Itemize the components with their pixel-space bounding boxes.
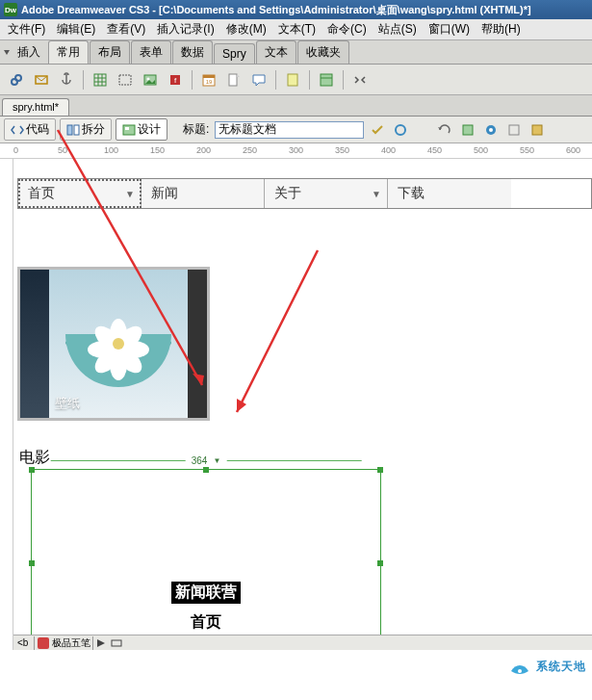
chevron-down-icon: ▼ (213, 456, 220, 465)
spry-menuitem-download[interactable]: 下载 (388, 179, 511, 208)
resize-handle[interactable] (29, 560, 35, 566)
image-icon[interactable] (140, 69, 161, 91)
svg-rect-27 (463, 125, 473, 135)
spry-menubar[interactable]: 首页▼ 新闻 关于▼ 下载 (17, 178, 592, 209)
split-view-button[interactable]: 拆分 (60, 118, 112, 141)
preview-icon[interactable] (481, 120, 501, 140)
svg-rect-9 (119, 75, 131, 85)
menu-window[interactable]: 窗口(W) (423, 19, 476, 39)
menu-text[interactable]: 文本(T) (272, 19, 322, 39)
selected-heading[interactable]: 新闻联营 (171, 582, 241, 604)
tag-selector[interactable]: <b (13, 637, 32, 648)
ime-label: 极品五笔 (52, 636, 90, 650)
script-icon[interactable] (282, 69, 303, 91)
menu-insert[interactable]: 插入记录(I) (151, 19, 219, 39)
insert-panel-tabs: 插入 常用 布局 表单 数据 Spry 文本 收藏夹 (0, 40, 592, 65)
check-icon[interactable] (368, 120, 387, 140)
resize-handle[interactable] (377, 560, 383, 566)
spry-menuitem-about[interactable]: 关于▼ (265, 179, 388, 208)
svg-rect-31 (532, 125, 542, 135)
design-view-label: 设计 (138, 121, 161, 138)
keyboard-icon[interactable] (111, 637, 122, 649)
refresh-icon[interactable] (435, 120, 454, 140)
table-icon[interactable] (90, 69, 111, 91)
watermark: 系统天地 (507, 654, 586, 679)
menu-help[interactable]: 帮助(H) (476, 19, 527, 39)
titlebar-text: Adobe Dreamweaver CS3 - [C:\Documents an… (21, 3, 531, 17)
svg-rect-18 (288, 74, 297, 86)
svg-rect-34 (112, 640, 121, 646)
tab-text[interactable]: 文本 (256, 40, 296, 64)
spry-about-label: 关于 (274, 185, 301, 202)
insert-collapse-icon[interactable] (2, 47, 12, 57)
code-view-button[interactable]: 代码 (4, 118, 56, 141)
tag-chooser-icon[interactable] (349, 69, 371, 91)
separator (343, 70, 344, 90)
tab-layout[interactable]: 布局 (90, 40, 130, 64)
selected-div[interactable]: 364 ▼ 新闻联营 首页 (31, 469, 381, 650)
ruler-tick-550: 550 (520, 145, 534, 155)
title-input[interactable] (215, 121, 364, 139)
tab-data[interactable]: 数据 (172, 40, 213, 64)
browser-check-icon[interactable] (391, 120, 410, 140)
file-mgmt-icon[interactable] (458, 120, 477, 140)
server-include-icon[interactable] (223, 69, 245, 91)
tab-spry[interactable]: Spry (214, 43, 255, 64)
svg-rect-17 (229, 74, 237, 86)
separator (192, 70, 193, 90)
menu-commands[interactable]: 命令(C) (322, 19, 373, 39)
chevron-down-icon: ▼ (125, 189, 135, 199)
separator (83, 70, 84, 90)
spry-menuitem-home[interactable]: 首页▼ (18, 179, 142, 208)
ruler-horizontal: 0 50 100 150 200 250 300 350 400 450 500… (0, 143, 592, 159)
resize-handle[interactable] (203, 467, 209, 473)
anchor-icon[interactable] (56, 69, 77, 91)
svg-point-25 (396, 125, 405, 135)
resize-handle[interactable] (29, 467, 35, 473)
ruler-tick-350: 350 (335, 145, 349, 155)
play-icon[interactable] (95, 637, 107, 649)
thumb-caption: 壁纸 (55, 395, 80, 412)
selection-width-value: 364 (192, 455, 208, 466)
svg-rect-4 (94, 74, 106, 86)
media-icon[interactable]: f (165, 69, 186, 91)
menubar: 文件(F) 编辑(E) 查看(V) 插入记录(I) 修改(M) 文本(T) 命令… (0, 19, 592, 40)
email-link-icon[interactable] (31, 69, 52, 91)
tab-favorite[interactable]: 收藏夹 (297, 40, 349, 64)
svg-rect-19 (321, 74, 332, 86)
template-icon[interactable] (316, 69, 337, 91)
titlebar: Dw Adobe Dreamweaver CS3 - [C:\Documents… (0, 0, 592, 19)
ime-icon[interactable] (37, 636, 50, 650)
spry-home-label: 首页 (28, 185, 55, 202)
split-icon (66, 123, 80, 137)
svg-point-2 (15, 75, 21, 81)
menu-file[interactable]: 文件(F) (2, 19, 51, 39)
thumbnail-wallpaper[interactable]: 壁纸 (17, 267, 592, 421)
canvas[interactable]: 首页▼ 新闻 关于▼ 下载 (13, 159, 592, 650)
ruler-tick-400: 400 (381, 145, 396, 155)
split-view-label: 拆分 (82, 121, 105, 138)
code-icon (11, 123, 24, 137)
comment-icon[interactable] (248, 69, 270, 91)
page-label[interactable]: 首页 (191, 612, 221, 633)
date-icon[interactable]: 19 (198, 69, 219, 91)
options-icon[interactable] (504, 120, 524, 140)
hyperlink-icon[interactable] (6, 69, 27, 91)
visual-aids-icon[interactable] (528, 120, 547, 140)
tab-form[interactable]: 表单 (131, 40, 171, 64)
resize-handle[interactable] (377, 467, 383, 473)
spry-menuitem-news[interactable]: 新闻 (142, 179, 265, 208)
document-tabs: spry.html* (0, 95, 592, 117)
div-icon[interactable] (115, 69, 136, 91)
menu-view[interactable]: 查看(V) (101, 19, 151, 39)
menu-modify[interactable]: 修改(M) (220, 19, 272, 39)
statusbar: <b 极品五笔 (13, 635, 592, 650)
menu-site[interactable]: 站点(S) (373, 19, 423, 39)
design-view-button[interactable]: 设计 (116, 118, 167, 141)
separator (275, 70, 276, 90)
ruler-tick-600: 600 (566, 145, 580, 155)
ruler-tick-150: 150 (150, 145, 165, 155)
menu-edit[interactable]: 编辑(E) (51, 19, 101, 39)
tab-common[interactable]: 常用 (48, 40, 89, 64)
document-tab-spry[interactable]: spry.html* (2, 98, 69, 116)
